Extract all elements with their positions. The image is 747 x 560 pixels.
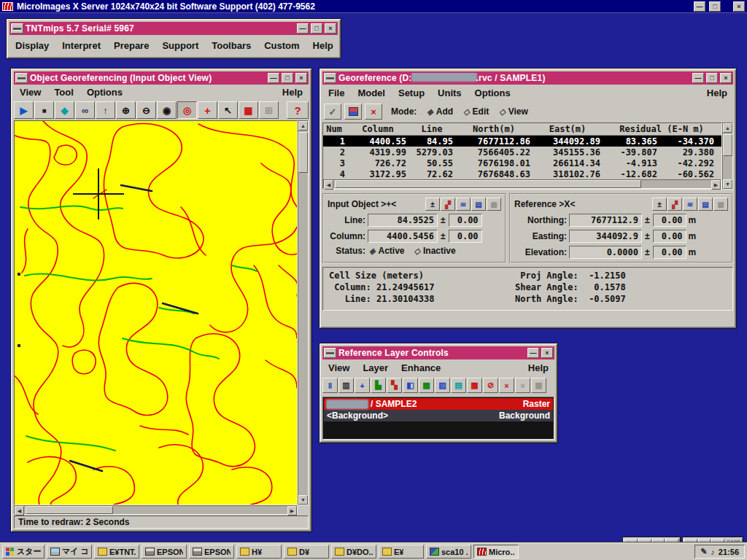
northing-input[interactable]: 7677112.9: [569, 214, 642, 227]
elevation-input[interactable]: 0.0000: [569, 246, 642, 259]
scroll-up-button[interactable]: ▲: [298, 121, 308, 131]
table-row[interactable]: 14400.5584.957677112.86344092.8983.365-3…: [323, 136, 721, 147]
menu-view[interactable]: View: [328, 362, 349, 373]
table-row[interactable]: 43172.9572.627676848.63318102.76-12.682-…: [323, 168, 721, 179]
taskbar-button-mycomputer[interactable]: マイ コンピ...: [47, 545, 92, 559]
panel-tool-button[interactable]: ≋: [683, 198, 697, 211]
layer-tool-button[interactable]: ‖: [322, 378, 338, 393]
crosshair-tool-button[interactable]: +: [198, 101, 217, 119]
easting-input[interactable]: 344092.9: [569, 230, 642, 243]
panel-tool-button[interactable]: ▞: [441, 198, 455, 211]
scrollbar-thumb[interactable]: [26, 506, 113, 514]
line-error-input[interactable]: 0.00: [449, 214, 482, 227]
maximize-button[interactable]: □: [709, 1, 721, 12]
taskbar-button-e-drive[interactable]: E¥: [379, 545, 424, 559]
scrollbar-track[interactable]: [298, 131, 308, 495]
zoom-1to1-tool-button[interactable]: ◉: [157, 101, 177, 119]
add-layer-button[interactable]: +: [355, 378, 370, 393]
panel-tool-button[interactable]: ▤: [698, 198, 713, 211]
menu-layer[interactable]: Layer: [363, 362, 388, 373]
layer-tool-button[interactable]: ◧: [403, 378, 418, 393]
panel-tool-button[interactable]: ±: [652, 198, 667, 211]
taskbar-button-tnt-folder[interactable]: E¥TNT...: [94, 545, 139, 559]
layer-tool-button[interactable]: ▨: [435, 378, 450, 393]
menu-custom[interactable]: Custom: [264, 40, 299, 51]
taskbar-button-h-drive[interactable]: H¥: [236, 545, 282, 559]
menu-help[interactable]: Help: [528, 362, 549, 373]
window-menu-icon[interactable]: [15, 73, 28, 83]
taskbar-button-epson-1[interactable]: EPSON...: [142, 545, 187, 559]
full-view-tool-button[interactable]: ◆: [55, 101, 74, 119]
redraw-tool-button[interactable]: ▶: [14, 101, 34, 119]
layer-tool-button[interactable]: ▩: [419, 378, 434, 393]
menu-options[interactable]: Options: [475, 88, 511, 98]
mode-radio-add[interactable]: ◆Add: [427, 106, 453, 117]
elevation-error-input[interactable]: 0.00: [653, 246, 686, 259]
menu-enhance[interactable]: Enhance: [401, 362, 441, 373]
map-horizontal-scrollbar[interactable]: ◀ ▶: [14, 505, 298, 515]
taskbar-button-microimages[interactable]: Micro...: [473, 545, 519, 559]
taskbar-button-d-drive[interactable]: D¥: [284, 545, 329, 559]
tntmips-titlebar[interactable]: TNTmips 5.7 Serial# 5967 — □ ×: [9, 22, 338, 35]
taskbar-button-sca10[interactable]: sca10 ...: [426, 545, 471, 559]
table-horizontal-scrollbar[interactable]: ◀ ▶: [323, 179, 721, 189]
menu-options[interactable]: Options: [87, 87, 123, 98]
pan-tool-button[interactable]: ∞: [75, 101, 95, 119]
mode-radio-edit[interactable]: ◇Edit: [463, 106, 489, 117]
close-button[interactable]: ×: [325, 23, 336, 34]
layer-row-background[interactable]: <Background> Background: [324, 410, 553, 421]
scrollbar-thumb[interactable]: [723, 134, 732, 156]
layer-tool-button[interactable]: ▤: [451, 378, 466, 393]
delete-button[interactable]: ×: [365, 104, 382, 120]
maximize-button[interactable]: □: [282, 73, 293, 83]
window-menu-icon[interactable]: [324, 348, 336, 358]
menu-help[interactable]: Help: [707, 88, 727, 98]
minimize-button[interactable]: —: [268, 73, 279, 83]
scroll-right-button[interactable]: ▶: [711, 180, 721, 190]
map-canvas[interactable]: [15, 121, 297, 505]
hide-layer-button[interactable]: ⊘: [483, 378, 498, 393]
panel-tool-button[interactable]: ±: [425, 198, 440, 211]
start-button[interactable]: スタート: [2, 545, 44, 559]
magnifier-tool-button[interactable]: ◎: [177, 101, 197, 119]
scrollbar-track[interactable]: [24, 506, 287, 514]
layer-tool-button[interactable]: ▥: [338, 378, 354, 393]
scrollbar-thumb[interactable]: [298, 132, 308, 173]
zoom-out-tool-button[interactable]: ⊖: [136, 101, 156, 119]
select-tool-button[interactable]: ↖: [218, 101, 238, 119]
layer-tool-button[interactable]: ▚: [387, 378, 402, 393]
apply-button[interactable]: ✓: [324, 104, 341, 120]
previous-view-tool-button[interactable]: ↑: [96, 101, 115, 119]
volume-icon[interactable]: ♪: [711, 548, 715, 556]
table-row[interactable]: 3726.7250.557676198.01266114.34-4.913-42…: [323, 158, 721, 168]
menu-model[interactable]: Model: [357, 88, 385, 98]
close-button[interactable]: ×: [720, 73, 732, 83]
status-radio-active[interactable]: ◆Active: [369, 246, 405, 256]
layer-controls-titlebar[interactable]: Reference Layer Controls — ×: [322, 346, 554, 359]
help-tool-button[interactable]: ?: [287, 101, 309, 119]
grid-tool-button[interactable]: ▦: [239, 101, 258, 119]
georeference-titlebar[interactable]: Georeference (D:.rvc / SAMPLE1) — □ ×: [322, 71, 733, 85]
scrollbar-thumb[interactable]: [335, 180, 641, 188]
column-input[interactable]: 4400.5456: [368, 230, 438, 243]
layer-row-sample2[interactable]: / SAMPLE2 Raster: [324, 398, 553, 410]
scroll-left-button[interactable]: ◀: [15, 506, 24, 516]
status-radio-inactive[interactable]: ◇Inactive: [414, 246, 456, 256]
menu-toolbars[interactable]: Toolbars: [212, 40, 251, 51]
minimize-button[interactable]: —: [692, 73, 704, 83]
menu-file[interactable]: File: [328, 88, 344, 98]
scrollbar-track[interactable]: [723, 133, 732, 179]
minimize-button[interactable]: —: [527, 348, 539, 358]
stamp-button[interactable]: [344, 104, 362, 120]
scroll-left-button[interactable]: ◀: [324, 180, 333, 190]
scroll-right-button[interactable]: ▶: [287, 506, 297, 516]
minimize-button[interactable]: —: [694, 1, 705, 12]
taskbar-button-epson-2[interactable]: EPSON...: [189, 545, 234, 559]
column-error-input[interactable]: 0.00: [449, 230, 482, 243]
zoom-in-tool-button[interactable]: ⊕: [116, 101, 136, 119]
menu-view[interactable]: View: [20, 87, 41, 98]
scroll-down-button[interactable]: ▼: [723, 179, 732, 189]
scroll-up-button[interactable]: ▲: [723, 123, 732, 133]
grid-layer-button[interactable]: ▦: [467, 378, 482, 393]
scrollbar-track[interactable]: [333, 180, 711, 188]
